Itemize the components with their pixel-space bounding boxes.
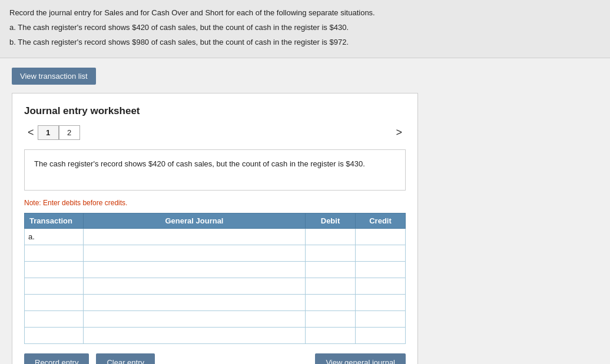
debit-cell-2[interactable]: [306, 245, 356, 262]
credit-cell-4[interactable]: [356, 278, 406, 295]
transaction-cell-3: [25, 262, 84, 278]
credit-cell-2[interactable]: [356, 245, 406, 262]
prev-arrow-button[interactable]: <: [24, 125, 38, 140]
transaction-cell-6: [25, 311, 84, 328]
credit-input-4[interactable]: [359, 282, 402, 290]
instructions-block: Record the journal entry for Sales and f…: [0, 0, 610, 58]
debit-cell-5[interactable]: [306, 295, 356, 311]
header-credit: Credit: [356, 213, 406, 229]
debit-input-1[interactable]: [309, 232, 352, 241]
header-transaction: Transaction: [25, 213, 84, 229]
clear-entry-button[interactable]: Clear entry: [96, 353, 155, 364]
record-entry-button[interactable]: Record entry: [24, 353, 89, 364]
table-row: [25, 278, 406, 295]
debit-input-2[interactable]: [309, 249, 352, 258]
tab-2[interactable]: 2: [59, 125, 80, 140]
credit-input-2[interactable]: [359, 249, 402, 258]
credit-cell-3[interactable]: [356, 262, 406, 278]
journal-input-1[interactable]: [87, 232, 301, 241]
view-transaction-button[interactable]: View transaction list: [12, 68, 96, 85]
journal-cell-7[interactable]: [84, 328, 306, 344]
credit-input-7[interactable]: [359, 331, 402, 340]
table-row: [25, 328, 406, 344]
debit-input-3[interactable]: [309, 265, 352, 274]
journal-input-5[interactable]: [87, 298, 301, 307]
debit-cell-1[interactable]: [306, 229, 356, 245]
table-row: [25, 262, 406, 278]
transaction-cell-4: [25, 278, 84, 295]
credit-input-3[interactable]: [359, 265, 402, 274]
debit-input-4[interactable]: [309, 282, 352, 290]
transaction-cell-2: [25, 245, 84, 262]
credit-cell-5[interactable]: [356, 295, 406, 311]
debit-cell-7[interactable]: [306, 328, 356, 344]
table-row: [25, 311, 406, 328]
journal-input-6[interactable]: [87, 315, 301, 323]
debit-cell-4[interactable]: [306, 278, 356, 295]
bottom-buttons: Record entry Clear entry View general jo…: [24, 353, 406, 364]
instructions-main: Record the journal entry for Sales and f…: [9, 7, 601, 19]
worksheet-container: Journal entry worksheet < 1 2 > The cash…: [12, 93, 418, 364]
instructions-item-b: b. The cash register's record shows $980…: [9, 36, 601, 49]
journal-cell-6[interactable]: [84, 311, 306, 328]
journal-input-4[interactable]: [87, 282, 301, 290]
situation-text: The cash register's record shows $420 of…: [34, 159, 365, 168]
header-general-journal: General Journal: [84, 213, 306, 229]
credit-input-5[interactable]: [359, 298, 402, 307]
journal-cell-1[interactable]: [84, 229, 306, 245]
nav-row: < 1 2 >: [24, 125, 406, 140]
credit-cell-1[interactable]: [356, 229, 406, 245]
debit-cell-3[interactable]: [306, 262, 356, 278]
transaction-cell-1: a.: [25, 229, 84, 245]
transaction-cell-5: [25, 295, 84, 311]
situation-box: The cash register's record shows $420 of…: [24, 149, 406, 191]
debit-cell-6[interactable]: [306, 311, 356, 328]
worksheet-title: Journal entry worksheet: [24, 105, 406, 117]
journal-table: Transaction General Journal Debit Credit…: [24, 213, 406, 344]
journal-cell-4[interactable]: [84, 278, 306, 295]
journal-cell-2[interactable]: [84, 245, 306, 262]
main-content: View transaction list Journal entry work…: [0, 58, 610, 364]
journal-cell-5[interactable]: [84, 295, 306, 311]
header-debit: Debit: [306, 213, 356, 229]
table-row: [25, 245, 406, 262]
credit-input-1[interactable]: [359, 232, 402, 241]
debit-input-7[interactable]: [309, 331, 352, 340]
journal-input-3[interactable]: [87, 265, 301, 274]
instructions-item-a: a. The cash register's record shows $420…: [9, 22, 601, 34]
table-row: a.: [25, 229, 406, 245]
credit-cell-6[interactable]: [356, 311, 406, 328]
table-row: [25, 295, 406, 311]
journal-cell-3[interactable]: [84, 262, 306, 278]
debit-input-6[interactable]: [309, 315, 352, 323]
journal-input-2[interactable]: [87, 249, 301, 258]
debit-input-5[interactable]: [309, 298, 352, 307]
row1-transaction-label: a.: [28, 232, 35, 241]
credit-cell-7[interactable]: [356, 328, 406, 344]
credit-input-6[interactable]: [359, 315, 402, 323]
note-text: Note: Enter debits before credits.: [24, 199, 406, 207]
view-general-journal-button[interactable]: View general journal: [315, 353, 406, 364]
journal-input-7[interactable]: [87, 331, 301, 340]
next-arrow-button[interactable]: >: [392, 125, 406, 140]
tab-1[interactable]: 1: [38, 125, 59, 140]
transaction-cell-7: [25, 328, 84, 344]
